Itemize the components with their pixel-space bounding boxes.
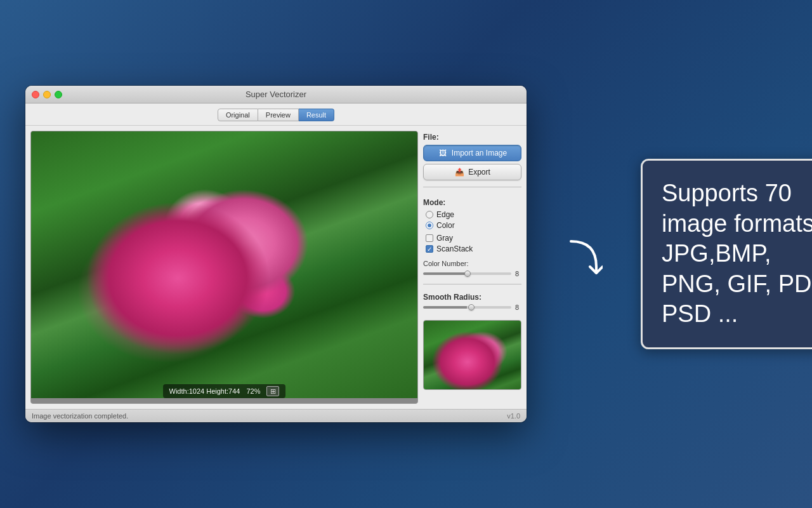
tab-result[interactable]: Result — [299, 109, 334, 121]
mode-label: Mode: — [423, 198, 445, 207]
close-button[interactable] — [32, 91, 39, 98]
image-zoom: 72% — [246, 387, 260, 395]
rose-image — [31, 131, 417, 398]
color-number-thumb[interactable] — [464, 271, 471, 277]
callout-text: Supports 70 image formats: JPG,BMP, PNG,… — [662, 178, 812, 330]
smooth-radius-track[interactable] — [423, 306, 511, 309]
color-number-label: Color Number: — [423, 260, 469, 267]
image-canvas — [31, 131, 417, 398]
maximize-button[interactable] — [55, 91, 62, 98]
options-section: Gray ✓ ScanStack — [426, 234, 521, 253]
toolbar: Original Preview Result — [25, 104, 527, 126]
smooth-radius-thumb[interactable] — [468, 304, 475, 311]
smooth-radius-section: Smooth Radius: 8 — [423, 291, 521, 311]
file-label: File: — [423, 133, 439, 142]
scanstack-label: ScanStack — [436, 244, 473, 253]
tab-preview[interactable]: Preview — [258, 109, 299, 121]
mode-section: Mode: Edge Color — [423, 196, 521, 230]
edge-radio[interactable] — [426, 211, 433, 218]
divider-2 — [423, 284, 521, 284]
checkmark-icon: ✓ — [427, 246, 432, 253]
color-radio[interactable] — [426, 222, 433, 229]
right-panel: File: 🖼 Import an Image 📤 Export Mode: — [423, 131, 521, 404]
export-icon: 📤 — [454, 168, 464, 177]
traffic-lights — [32, 91, 62, 98]
status-message: Image vectorization completed. — [32, 412, 128, 420]
callout-box: Supports 70 image formats: JPG,BMP, PNG,… — [641, 159, 812, 349]
image-dimensions: Width:1024 Height:744 — [169, 387, 240, 395]
version-label: v1.0 — [507, 412, 520, 420]
crop-icon: ⊞ — [270, 387, 276, 396]
app-window: Super Vectorizer Original Preview Result… — [25, 86, 527, 422]
minimize-button[interactable] — [43, 91, 51, 98]
arrow-container — [565, 222, 603, 286]
curved-arrow-icon — [565, 235, 603, 286]
mode-color-option[interactable]: Color — [426, 221, 521, 230]
export-button[interactable]: 📤 Export — [423, 164, 521, 180]
tab-original[interactable]: Original — [218, 109, 258, 121]
gray-checkbox[interactable] — [426, 234, 433, 242]
file-section: File: 🖼 Import an Image 📤 Export — [423, 131, 521, 180]
thumbnail-image — [424, 321, 521, 389]
image-panel: Width:1024 Height:744 72% ⊞ — [30, 131, 418, 404]
divider-1 — [423, 187, 521, 187]
import-icon: 🖼 — [438, 149, 448, 157]
main-content: Width:1024 Height:744 72% ⊞ File: 🖼 Impo… — [25, 126, 527, 409]
color-label: Color — [436, 221, 455, 230]
gray-option[interactable]: Gray — [426, 234, 521, 243]
image-info-bar: Width:1024 Height:744 72% ⊞ — [163, 384, 286, 398]
smooth-radius-slider-row: 8 — [423, 304, 521, 311]
mode-edge-option[interactable]: Edge — [426, 210, 521, 219]
import-button[interactable]: 🖼 Import an Image — [423, 145, 521, 161]
smooth-radius-label: Smooth Radius: — [423, 293, 481, 302]
statusbar: Image vectorization completed. v1.0 — [25, 409, 527, 422]
color-number-slider-row: 8 — [423, 270, 521, 277]
edge-label: Edge — [436, 210, 454, 219]
color-number-value: 8 — [515, 270, 521, 277]
gray-label: Gray — [436, 234, 453, 243]
color-number-track[interactable] — [423, 272, 511, 275]
titlebar: Super Vectorizer — [25, 86, 527, 104]
smooth-radius-value: 8 — [515, 304, 521, 311]
window-title: Super Vectorizer — [246, 90, 306, 99]
thumbnail-area — [423, 320, 521, 390]
color-number-section: Color Number: 8 — [423, 257, 521, 277]
scanstack-option[interactable]: ✓ ScanStack — [426, 244, 521, 253]
scanstack-checkbox[interactable]: ✓ — [426, 245, 433, 253]
crop-button[interactable]: ⊞ — [266, 386, 279, 396]
